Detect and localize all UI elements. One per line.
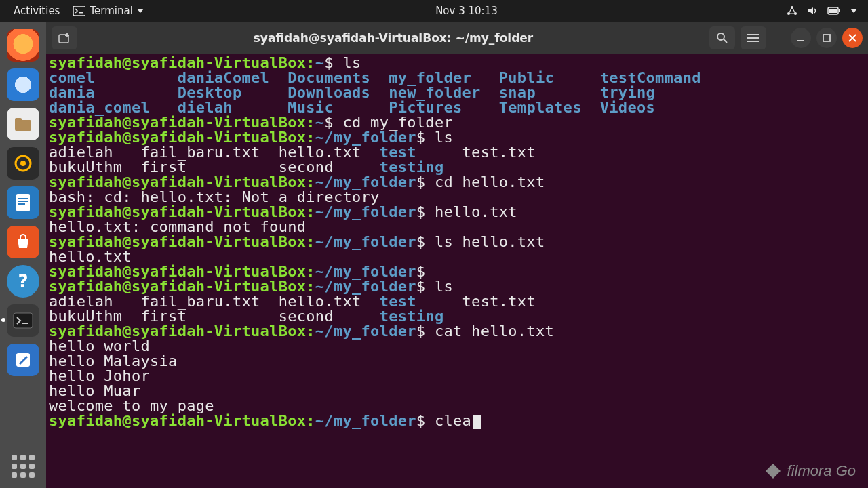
dock-text-editor[interactable] [7,344,39,376]
app-menu[interactable]: Terminal [66,5,150,17]
maximize-button[interactable] [816,28,837,48]
new-tab-button[interactable] [52,26,77,49]
dock-writer[interactable] [7,186,39,219]
bag-icon [14,233,32,251]
hamburger-icon [747,33,760,43]
svg-rect-9 [15,118,22,122]
dock-terminal[interactable] [7,304,39,337]
dock-firefox[interactable] [7,29,39,62]
close-button[interactable] [842,28,863,48]
watermark: filmora Go [764,462,856,480]
app-menu-label: Terminal [90,5,132,17]
svg-rect-23 [747,41,760,42]
clock[interactable]: Nov 3 10:13 [429,5,505,17]
dock-rhythmbox[interactable] [7,147,39,180]
gnome-top-bar: Activities Terminal Nov 3 10:13 [0,0,868,22]
speaker-icon [14,154,33,173]
terminal-output[interactable]: syafidah@syafidah-VirtualBox:~$ ls comel… [46,54,868,488]
cursor [473,415,481,429]
search-icon [716,32,728,44]
svg-rect-0 [73,6,85,16]
svg-rect-15 [18,203,25,205]
dock-files[interactable] [7,108,39,140]
pencil-icon [14,351,32,369]
menu-button[interactable] [741,26,766,49]
help-icon: ? [18,271,28,291]
battery-icon [827,6,841,16]
maximize-icon [822,33,831,43]
activities-button[interactable]: Activities [7,5,66,17]
minimize-icon [796,33,806,43]
dock-software[interactable] [7,226,39,258]
svg-point-11 [20,161,26,166]
volume-icon [807,5,818,16]
folder-icon [14,116,33,132]
svg-rect-6 [829,9,837,13]
svg-rect-25 [823,35,830,41]
filmora-icon [764,462,782,480]
dock-help[interactable]: ? [7,265,39,298]
search-button[interactable] [709,26,735,49]
svg-point-20 [717,33,724,40]
dock: ? [0,22,46,488]
window-titlebar: syafidah@syafidah-VirtualBox: ~/my_folde… [46,22,868,54]
system-tray[interactable] [783,5,861,16]
svg-rect-21 [747,34,760,35]
chevron-down-icon [137,9,144,13]
svg-rect-24 [797,40,804,41]
svg-rect-12 [16,194,30,211]
window-title: syafidah@syafidah-VirtualBox: ~/my_folde… [83,31,704,45]
svg-rect-13 [18,198,28,199]
svg-rect-1 [79,12,83,14]
terminal-window: syafidah@syafidah-VirtualBox: ~/my_folde… [46,22,868,488]
svg-rect-16 [14,313,33,328]
document-icon [14,192,32,213]
terminal-menu-icon [73,6,85,16]
network-icon [787,5,797,16]
svg-rect-22 [747,37,760,39]
show-applications[interactable] [7,450,39,483]
svg-rect-14 [18,201,28,202]
svg-rect-7 [839,9,840,12]
minimize-button[interactable] [791,28,811,48]
terminal-icon [13,312,33,329]
svg-rect-17 [22,323,28,324]
chevron-down-icon [850,9,857,13]
new-tab-icon [58,32,71,44]
close-icon [848,34,856,42]
dock-thunderbird[interactable] [7,68,39,101]
